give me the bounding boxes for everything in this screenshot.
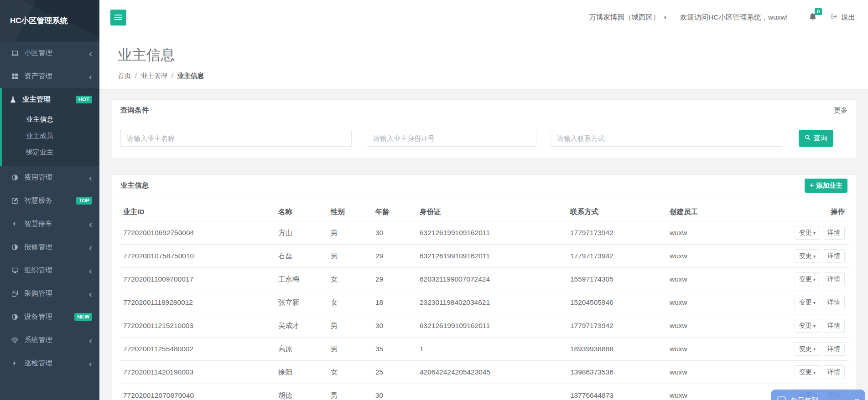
table-row: 772020011215210003吴成才男306321261991091620… <box>120 314 848 338</box>
topbar: 万博家博园（城西区） ▾ 欢迎访问HC小区管理系统，wuxw! 0 退出 <box>99 0 868 35</box>
globe-icon <box>11 313 20 320</box>
cell-id_card: 620321199007072424 <box>416 268 567 291</box>
cell-age: 18 <box>372 291 416 314</box>
sidebar-block-smart-service: 智慧服务TOP <box>0 189 99 212</box>
cell-gender: 男 <box>327 221 372 245</box>
sidebar-item-asset-mgmt[interactable]: 资产管理‹ <box>2 65 99 88</box>
detail-button[interactable]: 详情 <box>823 296 845 309</box>
sidebar-subitem-owner-info[interactable]: 业主信息 <box>2 111 99 128</box>
sidebar-item-system-mgmt[interactable]: 系统管理‹ <box>2 328 99 352</box>
sidebar-item-label: 采购管理 <box>24 289 52 298</box>
cell-age: 30 <box>372 314 416 338</box>
table-row: 772020011189280012张立新女182323011984020346… <box>120 291 848 314</box>
contact-input[interactable] <box>551 130 782 147</box>
column-header-actions: 操作 <box>785 203 848 221</box>
chevron-down-icon: ▾ <box>813 277 816 282</box>
detail-button[interactable]: 详情 <box>823 272 845 286</box>
edit-icon <box>11 197 20 204</box>
sidebar-item-inspection-mgmt[interactable]: 巡检管理‹ <box>2 352 99 375</box>
owner-name-input[interactable] <box>120 130 352 147</box>
owner-table: 业主ID名称性别年龄身份证联系方式创建员工操作 7720200106927500… <box>120 203 848 400</box>
table-row: 772020012070870040胡德男3013776644873wuxw变更… <box>120 384 848 400</box>
cell-age: 35 <box>372 338 416 361</box>
sidebar-item-org-mgmt[interactable]: 组织管理‹ <box>2 259 99 282</box>
table-row: 772020011009700017王永梅女296203211990070724… <box>120 268 848 291</box>
table-header-row: 业主ID名称性别年龄身份证联系方式创建员工操作 <box>120 203 848 221</box>
sidebar-item-purchase-mgmt[interactable]: 采购管理‹ <box>2 282 99 305</box>
column-header-age: 年龄 <box>372 203 416 221</box>
sidebar-block-repair-mgmt: 报修管理‹ <box>0 236 99 259</box>
cell-actions: 变更▾详情 <box>785 245 848 268</box>
sidebar-block-purchase-mgmt: 采购管理‹ <box>0 282 99 305</box>
cell-id_card: 632126199109162011 <box>416 221 567 245</box>
detail-button[interactable]: 详情 <box>823 342 845 356</box>
bolt-icon <box>11 221 20 227</box>
sidebar-subitem-bind-owner[interactable]: 绑定业主 <box>2 144 99 160</box>
search-button[interactable]: 查询 <box>799 130 833 147</box>
cell-actions: 变更▾详情 <box>785 268 848 291</box>
daily-signin-widget[interactable]: 每日签到 × <box>771 390 865 400</box>
search-icon <box>805 134 811 142</box>
breadcrumb-home[interactable]: 首页 <box>118 72 131 79</box>
sidebar-item-repair-mgmt[interactable]: 报修管理‹ <box>2 236 99 259</box>
column-header-gender: 性别 <box>327 203 372 221</box>
chevron-down-icon: ▾ <box>813 323 816 328</box>
cell-phone: 18939938888 <box>567 338 666 361</box>
chevron-left-icon: ‹ <box>89 268 92 273</box>
sidebar-item-community-mgmt[interactable]: 小区管理‹ <box>2 41 99 65</box>
sidebar-item-label: 设备管理 <box>24 312 52 322</box>
chevron-left-icon: ‹ <box>89 175 92 180</box>
search-panel: 查询条件 更多 查询 <box>112 99 856 158</box>
change-button[interactable]: 变更▾ <box>795 365 820 379</box>
app-logo: HC小区管理系统 <box>0 0 99 41</box>
community-selector[interactable]: 万博家博园（城西区） ▾ <box>589 13 667 22</box>
sidebar-item-label: 智慧停车 <box>24 219 52 229</box>
change-button[interactable]: 变更▾ <box>795 319 820 333</box>
cell-id: 772020010758750010 <box>120 245 275 268</box>
table-row: 772020011255480002高原男35118939938888wuxw变… <box>120 338 848 361</box>
more-link[interactable]: 更多 <box>834 106 847 115</box>
sidebar-toggle-button[interactable] <box>110 10 126 26</box>
sidebar-item-owner-mgmt[interactable]: 业主管理HOT <box>2 88 99 111</box>
notifications-button[interactable]: 0 <box>809 12 817 22</box>
close-icon[interactable]: × <box>855 397 859 400</box>
copy-icon <box>11 290 20 297</box>
sidebar-item-fee-mgmt[interactable]: 费用管理‹ <box>2 166 99 189</box>
cell-phone: 13986373536 <box>567 361 666 384</box>
sidebar-item-label: 巡检管理 <box>24 359 52 368</box>
change-button[interactable]: 变更▾ <box>795 342 820 356</box>
table-row: 772020010758750010石磊男2963212619910916201… <box>120 245 848 268</box>
sidebar-subitem-owner-member[interactable]: 业主成员 <box>2 128 99 144</box>
cell-age: 29 <box>372 268 416 291</box>
owner-idcard-input[interactable] <box>367 130 536 147</box>
owner-table-panel: 业主信息 + 添加业主 业主ID名称性别年龄身份证联系方式创建员工操作 7720… <box>112 174 856 400</box>
sidebar-block-owner-mgmt: 业主管理HOT业主信息业主成员绑定业主 <box>0 88 99 166</box>
laptop-icon <box>11 50 20 57</box>
sidebar-block-system-mgmt: 系统管理‹ <box>0 328 99 352</box>
detail-button[interactable]: 详情 <box>823 226 845 240</box>
detail-button[interactable]: 详情 <box>823 249 845 263</box>
breadcrumb-owner-mgmt[interactable]: 业主管理 <box>141 72 167 79</box>
change-button[interactable]: 变更▾ <box>795 272 820 286</box>
change-button[interactable]: 变更▾ <box>795 226 820 240</box>
cell-creator: wuxw <box>666 338 785 361</box>
sidebar-block-community-mgmt: 小区管理‹ <box>0 41 99 65</box>
sidebar-item-smart-service[interactable]: 智慧服务TOP <box>2 189 99 212</box>
detail-button[interactable]: 详情 <box>823 319 845 333</box>
detail-button[interactable]: 详情 <box>823 365 845 379</box>
table-row: 772020011420190003徐阳女2542064242420542304… <box>120 361 848 384</box>
change-button[interactable]: 变更▾ <box>795 249 820 263</box>
sidebar-item-device-mgmt[interactable]: 设备管理NEW <box>2 305 99 328</box>
change-button[interactable]: 变更▾ <box>795 296 820 309</box>
cell-id_card <box>416 384 567 400</box>
column-header-id_card: 身份证 <box>416 203 567 221</box>
cell-phone: 15204505946 <box>567 291 666 314</box>
logout-label: 退出 <box>841 13 855 22</box>
chevron-left-icon: ‹ <box>89 221 92 227</box>
add-owner-button[interactable]: + 添加业主 <box>805 179 847 193</box>
gem-icon <box>11 337 20 344</box>
bolt-icon <box>11 360 20 367</box>
sidebar-item-smart-parking[interactable]: 智慧停车‹ <box>2 212 99 236</box>
chevron-left-icon: ‹ <box>89 291 92 297</box>
logout-button[interactable]: 退出 <box>831 13 855 22</box>
